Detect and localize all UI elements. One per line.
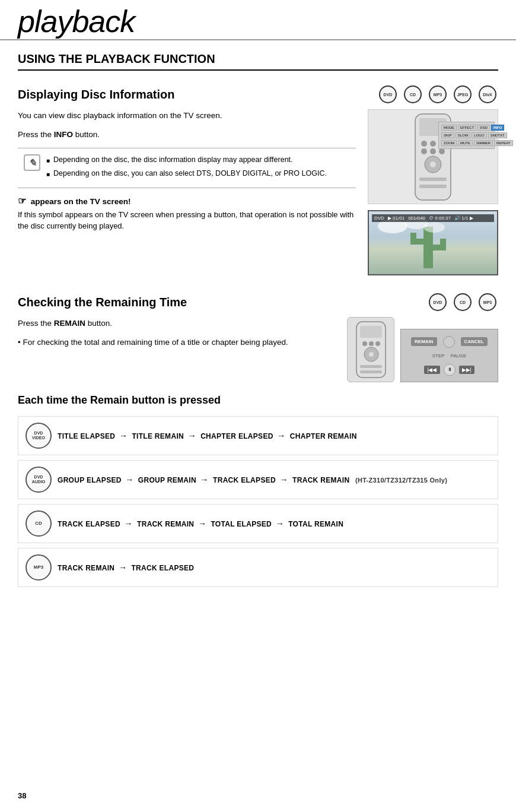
flow-row-dvd-video: DVD VIDEO TITLE ELAPSED → TITLE REMAIN →… (18, 416, 498, 455)
checking-remain-section: Checking the Remaining Time DVD CD MP3 (18, 293, 498, 382)
main-content: USING THE PLAYBACK FUNCTION Displaying D… (0, 52, 516, 587)
info-button-highlight: INFO (491, 125, 504, 131)
info-panel: MODE EFFECT DSD INFO SKIP SLOW LOGO SNDT… (438, 122, 495, 149)
remain-button-display: REMAIN (411, 337, 437, 346)
disc-images-col: INFO MODE EFFECT DSD INFO SKIP SLOW (368, 109, 498, 275)
hand-body: If this symbol appears on the TV screen … (18, 209, 356, 232)
cancel-button-display: CANCEL (461, 337, 488, 346)
flow-icon-dvd-audio: DVD AUDIO (26, 467, 52, 493)
remain-body2: • For checking the total and remaining t… (18, 336, 338, 349)
remain-panel: REMAIN CANCEL STEP PAUSE |◀◀ ⏸ ▶▶| (400, 329, 498, 382)
page-title: playback (18, 6, 498, 39)
remain-icon-dvd: DVD (427, 293, 448, 311)
flow-row-dvd-audio: DVD AUDIO GROUP ELAPSED → GROUP REMAIN →… (18, 460, 498, 499)
page-header: playback (0, 0, 516, 40)
subsection-title-row: Displaying Disc Information DVD CD MP3 (18, 85, 498, 103)
svg-point-28 (369, 352, 374, 357)
remain-text-col: Press the REMAIN button. • For checking … (18, 317, 338, 354)
displaying-disc-content: You can view disc playback information o… (18, 109, 498, 275)
page-number: 38 (18, 791, 26, 800)
note-box: ✎ ■ Depending on the disc, the disc info… (18, 148, 356, 188)
disc-body1: You can view disc playback information o… (18, 109, 356, 122)
remain-body1: Press the REMAIN button. (18, 317, 338, 330)
remain-title-row: Checking the Remaining Time DVD CD MP3 (18, 293, 498, 311)
svg-point-9 (430, 161, 436, 167)
remain-content-row: Press the REMAIN button. • For checking … (18, 317, 498, 382)
svg-rect-18 (440, 239, 446, 250)
svg-rect-10 (419, 177, 447, 181)
svg-point-7 (439, 148, 445, 154)
flow-icon-mp3: MP3 (26, 554, 52, 581)
remain-title: Checking the Remaining Time (18, 296, 187, 309)
flow-row-cd: CD TRACK ELAPSED → TRACK REMAIN → TOTAL … (18, 504, 498, 543)
displaying-disc-section: Displaying Disc Information DVD CD MP3 (18, 85, 498, 275)
flow-note-dvd-audio: (HT-Z310/TZ312/TZ315 Only) (355, 477, 447, 484)
transport-next: ▶▶| (459, 366, 474, 374)
disc-icons-row: DVD CD MP3 JPEG (377, 85, 498, 103)
flow-icon-cd: CD (26, 510, 52, 537)
disc-icon-jpeg: JPEG (452, 85, 473, 103)
flow-icon-dvd-video: DVD VIDEO (26, 423, 52, 449)
flow-text-cd: TRACK ELAPSED → TRACK REMAIN → TOTAL ELA… (58, 519, 343, 528)
disc-icon-divx: DivX (477, 85, 498, 103)
flow-text-mp3: TRACK REMAIN → TRACK ELAPSED (58, 563, 194, 572)
svg-point-24 (362, 341, 367, 346)
tv-screen-image: DVD ▶ 01/01 001/040 ⏱ 0:00:37 🔊 1/1 ▶ (368, 210, 498, 275)
note-content: ■ Depending on the disc, the disc inform… (46, 154, 327, 182)
section-heading: USING THE PLAYBACK FUNCTION (18, 52, 498, 71)
flow-text-dvd-audio: GROUP ELAPSED → GROUP REMAIN → TRACK ELA… (58, 475, 447, 484)
note-icon: ✎ (24, 154, 40, 171)
remain-remote-small (347, 317, 394, 382)
remain-icon-cd: CD (452, 293, 473, 311)
tv-overlay-bar: DVD ▶ 01/01 001/040 ⏱ 0:00:37 🔊 1/1 ▶ (372, 214, 494, 222)
hand-note: ☞ appears on the TV screen! If this symb… (18, 195, 356, 232)
each-time-section: Each time the Remain button is pressed D… (18, 394, 498, 587)
svg-rect-29 (360, 365, 382, 368)
flow-row-mp3: MP3 TRACK REMAIN → TRACK ELAPSED (18, 548, 498, 587)
disc-icon-dvd: DVD (377, 85, 399, 103)
svg-point-3 (430, 141, 436, 147)
svg-point-6 (430, 148, 436, 154)
flow-text-dvd-video: TITLE ELAPSED → TITLE REMAIN → CHAPTER E… (58, 431, 357, 440)
svg-point-5 (421, 148, 427, 154)
disc-icon-cd: CD (402, 85, 423, 103)
displaying-disc-text: You can view disc playback information o… (18, 109, 356, 238)
remain-disc-icons: DVD CD MP3 (427, 293, 498, 311)
remote-image: INFO MODE EFFECT DSD INFO SKIP SLOW (368, 109, 498, 204)
svg-rect-23 (360, 326, 382, 338)
note-item-2: ■ Depending on the disc, you can also se… (46, 168, 327, 179)
note-item-1: ■ Depending on the disc, the disc inform… (46, 154, 327, 166)
svg-point-2 (421, 141, 427, 147)
svg-point-25 (369, 341, 374, 346)
remain-image-area: REMAIN CANCEL STEP PAUSE |◀◀ ⏸ ▶▶| (347, 317, 498, 382)
svg-point-21 (423, 222, 445, 233)
displaying-disc-title: Displaying Disc Information (18, 88, 174, 102)
svg-rect-30 (360, 370, 382, 373)
remain-icon-mp3: MP3 (477, 293, 498, 311)
hand-title: ☞ appears on the TV screen! (18, 195, 356, 207)
disc-icon-mp3: MP3 (427, 85, 448, 103)
each-time-title: Each time the Remain button is pressed (18, 394, 498, 407)
svg-rect-11 (419, 185, 447, 188)
disc-body2: Press the INFO button. (18, 128, 356, 141)
svg-point-26 (375, 341, 380, 346)
transport-prev: |◀◀ (424, 366, 439, 374)
hand-icon: ☞ (18, 196, 26, 206)
